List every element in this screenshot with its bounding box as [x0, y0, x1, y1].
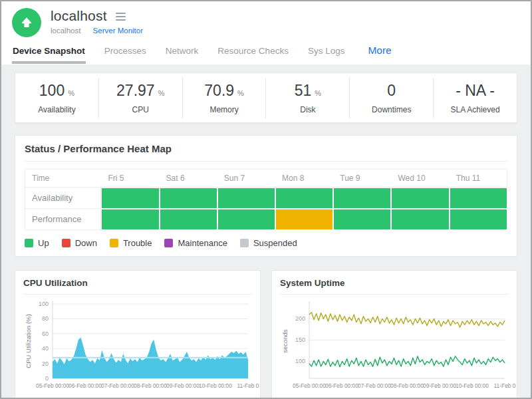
svg-text:60: 60: [42, 331, 49, 337]
menu-icon[interactable]: [116, 11, 126, 21]
svg-text:11-Feb 0: 11-Feb 0: [237, 382, 259, 389]
stat-downtimes: 0Downtimes: [350, 78, 434, 118]
heatmap-col-mon-8: Mon 8: [275, 169, 333, 188]
stat-value: 27.97: [116, 82, 155, 100]
heatmap-col-tue-9: Tue 9: [333, 169, 391, 188]
stat-value: 70.9: [204, 82, 234, 100]
heatmap-cell-performance-wed-10-up[interactable]: [391, 209, 449, 230]
legend-item-up: Up: [25, 238, 49, 248]
tab-device-snapshot[interactable]: Device Snapshot: [12, 46, 86, 64]
up-swatch-icon: [25, 239, 33, 247]
heatmap-col-sat-6: Sat 6: [160, 169, 217, 188]
content-area: 100%Availability27.97%CPU70.9%Memory51%D…: [1, 65, 531, 398]
stat-label: CPU: [99, 105, 182, 114]
legend-label: Up: [38, 238, 49, 248]
legend-item-maintenance: Maintenance: [164, 238, 227, 248]
heatmap-cell-availability-sat-6-up[interactable]: [160, 188, 217, 209]
stat-value: 51: [295, 82, 312, 100]
svg-text:100: 100: [39, 301, 49, 307]
svg-text:40: 40: [42, 345, 49, 352]
tab-more[interactable]: More: [367, 45, 392, 65]
stat-unit: %: [158, 89, 165, 97]
heatmap-cell-performance-sat-6-up[interactable]: [160, 209, 217, 230]
legend-label: Trouble: [123, 238, 152, 248]
heatmap-cell-performance-mon-8-trouble[interactable]: [275, 209, 333, 230]
svg-text:07-Feb 00:00: 07-Feb 00:00: [358, 382, 391, 389]
legend-label: Down: [75, 238, 97, 248]
stat-value: 100: [39, 82, 65, 100]
tab-resource-checks[interactable]: Resource Checks: [217, 46, 289, 64]
svg-text:06-Feb 00:00: 06-Feb 00:00: [68, 382, 102, 389]
svg-text:07-Feb 00:00: 07-Feb 00:00: [101, 382, 134, 389]
legend-item-suspended: Suspended: [240, 238, 297, 248]
svg-text:150: 150: [295, 336, 305, 343]
heatmap-cell-availability-sun-7-up[interactable]: [217, 188, 275, 209]
stat-cpu: 27.97%CPU: [99, 78, 183, 118]
heatmap-cell-availability-fri-5-up[interactable]: [101, 188, 159, 209]
svg-text:09-Feb 00:00: 09-Feb 00:00: [166, 382, 200, 389]
heatmap-row-label: Performance: [25, 209, 101, 230]
tab-bar: Device SnapshotProcessesNetworkResource …: [1, 37, 531, 65]
heatmap-cell-performance-thu-11-up[interactable]: [450, 209, 507, 230]
stat-label: Downtimes: [350, 105, 433, 114]
device-status-avatar: [12, 8, 41, 37]
breadcrumb: localhost Server Monitor: [51, 27, 143, 35]
legend-item-trouble: Trouble: [110, 238, 152, 248]
stat-unit: %: [315, 89, 321, 97]
svg-text:10-Feb 00:00: 10-Feb 00:00: [456, 382, 489, 389]
heatmap-cell-availability-wed-10-up[interactable]: [391, 188, 449, 209]
heatmap-cell-availability-mon-8-up[interactable]: [275, 188, 333, 209]
suspended-swatch-icon: [240, 239, 249, 247]
tab-processes[interactable]: Processes: [104, 46, 147, 64]
breadcrumb-device[interactable]: localhost: [51, 27, 80, 35]
heatmap-cell-performance-fri-5-up[interactable]: [101, 209, 159, 230]
stat-value: 0: [387, 82, 396, 100]
trouble-swatch-icon: [110, 239, 118, 247]
heatmap-row-label: Availability: [25, 188, 101, 209]
svg-text:08-Feb 00:00: 08-Feb 00:00: [134, 382, 167, 389]
breadcrumb-category-link[interactable]: Server Monitor: [93, 27, 143, 35]
tab-sys-logs[interactable]: Sys Logs: [307, 46, 346, 64]
system-uptime-chart: 10015020005-Feb 00:0006-Feb 00:0007-Feb …: [280, 297, 509, 398]
system-uptime-card: System Uptime 10015020005-Feb 00:0006-Fe…: [271, 270, 517, 398]
up-arrow-icon: [19, 15, 34, 30]
svg-text:20: 20: [42, 360, 49, 367]
cpu-chart-title: CPU Utilization: [23, 278, 252, 295]
stat-label: SLA Achieved: [434, 105, 517, 114]
svg-text:0: 0: [45, 375, 49, 382]
cpu-utilization-card: CPU Utilization 02040608010005-Feb 00:00…: [15, 270, 261, 398]
stat-availability: 100%Availability: [15, 78, 99, 118]
stat-label: Memory: [183, 105, 266, 114]
stat-unit: %: [237, 89, 244, 97]
heatmap-card: Status / Performance Heat Map TimeFri 5S…: [15, 135, 517, 257]
svg-text:09-Feb 00:00: 09-Feb 00:00: [423, 382, 456, 389]
svg-text:100: 100: [295, 358, 305, 364]
heatmap-cell-performance-tue-9-up[interactable]: [333, 209, 391, 230]
page-title: localhost: [51, 8, 107, 24]
heatmap-col-time: Time: [25, 169, 101, 188]
tab-network[interactable]: Network: [165, 46, 200, 64]
stats-card: 100%Availability27.97%CPU70.9%Memory51%D…: [15, 72, 517, 123]
legend-item-down: Down: [62, 238, 97, 248]
stat-disk: 51%Disk: [266, 78, 350, 118]
svg-text:10-Feb 00:00: 10-Feb 00:00: [199, 382, 232, 389]
heatmap-row-availability: Availability: [25, 188, 507, 209]
heatmap-cell-availability-tue-9-up[interactable]: [333, 188, 391, 209]
heatmap-cell-performance-sun-7-up[interactable]: [217, 209, 275, 230]
svg-text:06-Feb 00:00: 06-Feb 00:00: [325, 382, 358, 389]
svg-text:CPU Utilization (%): CPU Utilization (%): [25, 314, 32, 368]
svg-text:200: 200: [295, 315, 305, 322]
heatmap-title: Status / Performance Heat Map: [25, 143, 507, 162]
stat-unit: %: [68, 89, 74, 97]
stat-memory: 70.9%Memory: [183, 78, 267, 118]
svg-text:seconds: seconds: [281, 329, 289, 353]
header: localhost localhost Server Monitor: [1, 1, 531, 37]
svg-text:08-Feb 00:00: 08-Feb 00:00: [390, 382, 424, 389]
stat-label: Availability: [15, 105, 98, 114]
stat-value: - NA -: [456, 82, 495, 100]
cpu-utilization-chart: 02040608010005-Feb 00:0006-Feb 00:0007-F…: [23, 297, 252, 398]
header-text: localhost localhost Server Monitor: [51, 8, 143, 37]
heatmap-cell-availability-thu-11-up[interactable]: [450, 188, 507, 209]
heatmap-legend: UpDownTroubleMaintenanceSuspended: [25, 238, 507, 248]
svg-text:05-Feb 00:00: 05-Feb 00:00: [36, 382, 69, 389]
